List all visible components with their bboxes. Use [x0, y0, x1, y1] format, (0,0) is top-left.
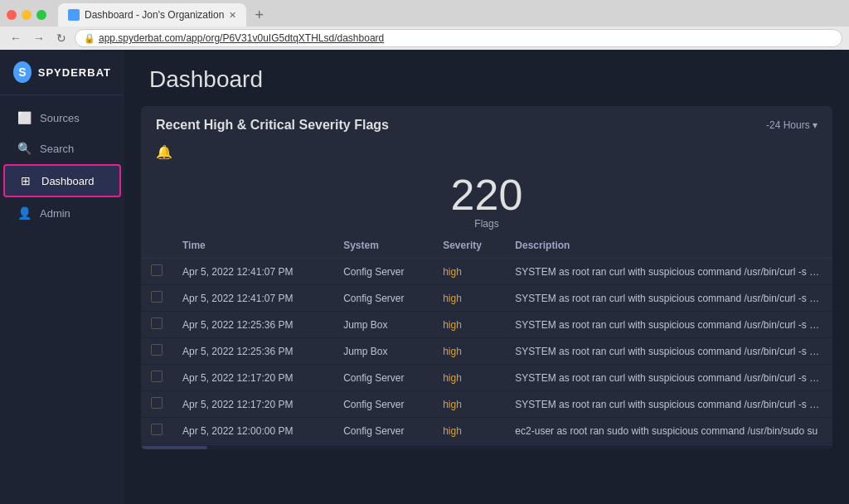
row-checkbox-cell	[141, 285, 172, 312]
sidebar-logo: S SPYDERBAT	[0, 50, 124, 95]
sidebar-item-dashboard[interactable]: ⊞ Dashboard	[3, 164, 121, 197]
table-header-row: Time System Severity Description	[141, 233, 832, 259]
time-filter-dropdown[interactable]: -24 Hours ▾	[766, 119, 817, 131]
row-checkbox[interactable]	[151, 397, 163, 409]
col-system: System	[333, 233, 433, 259]
active-tab[interactable]: Dashboard - Jon's Organization ✕	[58, 3, 246, 27]
sidebar-item-sources[interactable]: ⬜ Sources	[3, 103, 121, 133]
logo-icon: S	[13, 61, 32, 83]
row-severity: high	[433, 365, 505, 391]
row-checkbox-cell	[141, 391, 172, 418]
row-time: Apr 5, 2022 12:41:07 PM	[172, 285, 333, 312]
col-description: Description	[505, 233, 832, 259]
row-time: Apr 5, 2022 12:25:36 PM	[172, 338, 333, 365]
row-description: SYSTEM as root ran curl with suspicious …	[505, 285, 832, 312]
tab-title: Dashboard - Jon's Organization	[85, 9, 224, 21]
dashboard-panel: Recent High & Critical Severity Flags -2…	[141, 106, 832, 449]
row-description: SYSTEM as root ran curl with suspicious …	[505, 391, 832, 418]
col-checkbox	[141, 233, 172, 259]
sidebar: S SPYDERBAT ⬜ Sources 🔍 Search ⊞ Dashboa…	[0, 50, 124, 504]
flags-label: Flags	[141, 218, 832, 230]
row-checkbox[interactable]	[151, 291, 163, 303]
row-time: Apr 5, 2022 12:17:20 PM	[172, 391, 333, 418]
table-row[interactable]: Apr 5, 2022 12:41:07 PM Config Server hi…	[141, 285, 832, 312]
row-time: Apr 5, 2022 12:41:07 PM	[172, 259, 333, 285]
table-row[interactable]: Apr 5, 2022 12:17:20 PM Config Server hi…	[141, 365, 832, 391]
tab-close-button[interactable]: ✕	[229, 10, 236, 21]
row-severity: high	[433, 418, 505, 444]
row-checkbox[interactable]	[151, 371, 163, 382]
row-checkbox-cell	[141, 312, 172, 338]
row-checkbox[interactable]	[151, 424, 163, 435]
row-system: Config Server	[333, 365, 433, 391]
close-window-button[interactable]	[7, 10, 17, 20]
table-row[interactable]: Apr 5, 2022 12:25:36 PM Jump Box high SY…	[141, 338, 832, 365]
row-severity: high	[433, 312, 505, 338]
page-title: Dashboard	[124, 50, 849, 106]
tab-bar: Dashboard - Jon's Organization ✕ +	[0, 0, 849, 27]
panel-title: Recent High & Critical Severity Flags	[156, 118, 389, 133]
table-row[interactable]: Apr 5, 2022 12:41:07 PM Config Server hi…	[141, 259, 832, 285]
app-container: S SPYDERBAT ⬜ Sources 🔍 Search ⊞ Dashboa…	[0, 50, 849, 504]
address-bar: ← → ↻ 🔒 app.spyderbat.com/app/org/P6V31v…	[0, 27, 849, 50]
row-severity: high	[433, 338, 505, 365]
dashboard-icon: ⊞	[18, 174, 33, 187]
new-tab-button[interactable]: +	[250, 7, 269, 24]
forward-button[interactable]: →	[30, 30, 48, 46]
flags-table: Time System Severity Description Apr 5, …	[141, 233, 832, 444]
maximize-window-button[interactable]	[36, 10, 46, 20]
sidebar-nav: ⬜ Sources 🔍 Search ⊞ Dashboard 👤 Admin	[0, 95, 124, 504]
minimize-window-button[interactable]	[22, 10, 32, 20]
table-row[interactable]: Apr 5, 2022 12:25:36 PM Jump Box high SY…	[141, 312, 832, 338]
row-severity: high	[433, 391, 505, 418]
panel-sub: 🔔	[141, 141, 832, 168]
row-checkbox[interactable]	[151, 344, 163, 356]
refresh-button[interactable]: ↻	[53, 30, 70, 46]
row-checkbox-cell	[141, 259, 172, 285]
tab-favicon	[68, 9, 80, 21]
row-checkbox[interactable]	[151, 264, 163, 276]
row-checkbox[interactable]	[151, 317, 163, 329]
row-system: Jump Box	[333, 338, 433, 365]
bottom-scrollbar[interactable]	[141, 444, 832, 449]
sidebar-item-admin[interactable]: 👤 Admin	[3, 198, 121, 228]
row-system: Jump Box	[333, 312, 433, 338]
bell-icon: 🔔	[156, 144, 172, 160]
row-system: Config Server	[333, 391, 433, 418]
url-text: app.spyderbat.com/app/org/P6V31v0uIG5dtq…	[99, 32, 384, 44]
row-system: Config Server	[333, 418, 433, 444]
panel-header: Recent High & Critical Severity Flags -2…	[141, 106, 832, 141]
lock-icon: 🔒	[84, 33, 95, 44]
row-system: Config Server	[333, 259, 433, 285]
row-description: ec2-user as root ran sudo with suspiciou…	[505, 418, 832, 444]
row-description: SYSTEM as root ran curl with suspicious …	[505, 259, 832, 285]
admin-icon: 👤	[17, 206, 32, 220]
col-time: Time	[172, 233, 333, 259]
row-time: Apr 5, 2022 12:17:20 PM	[172, 365, 333, 391]
sidebar-item-admin-label: Admin	[40, 207, 70, 220]
search-icon: 🔍	[17, 142, 32, 155]
url-bar[interactable]: 🔒 app.spyderbat.com/app/org/P6V31v0uIG5d…	[75, 29, 842, 47]
row-description: SYSTEM as root ran curl with suspicious …	[505, 365, 832, 391]
row-description: SYSTEM as root ran curl with suspicious …	[505, 338, 832, 365]
back-button[interactable]: ←	[7, 30, 25, 46]
sidebar-item-dashboard-label: Dashboard	[41, 175, 95, 187]
row-checkbox-cell	[141, 418, 172, 444]
table-row[interactable]: Apr 5, 2022 12:17:20 PM Config Server hi…	[141, 391, 832, 418]
sidebar-item-search-label: Search	[40, 143, 74, 155]
time-filter-label: -24 Hours ▾	[766, 119, 817, 131]
row-severity: high	[433, 259, 505, 285]
window-controls	[7, 10, 46, 20]
sidebar-item-sources-label: Sources	[40, 112, 80, 124]
row-time: Apr 5, 2022 12:25:36 PM	[172, 312, 333, 338]
flags-count-section: 220 Flags	[141, 168, 832, 233]
row-severity: high	[433, 285, 505, 312]
table-row[interactable]: Apr 5, 2022 12:00:00 PM Config Server hi…	[141, 418, 832, 444]
flags-table-container[interactable]: Time System Severity Description Apr 5, …	[141, 233, 832, 444]
col-severity: Severity	[433, 233, 505, 259]
sources-icon: ⬜	[17, 111, 32, 124]
logo-text: SPYDERBAT	[38, 66, 111, 79]
row-description: SYSTEM as root ran curl with suspicious …	[505, 312, 832, 338]
browser-chrome: Dashboard - Jon's Organization ✕ + ← → ↻…	[0, 0, 849, 50]
sidebar-item-search[interactable]: 🔍 Search	[3, 133, 121, 163]
